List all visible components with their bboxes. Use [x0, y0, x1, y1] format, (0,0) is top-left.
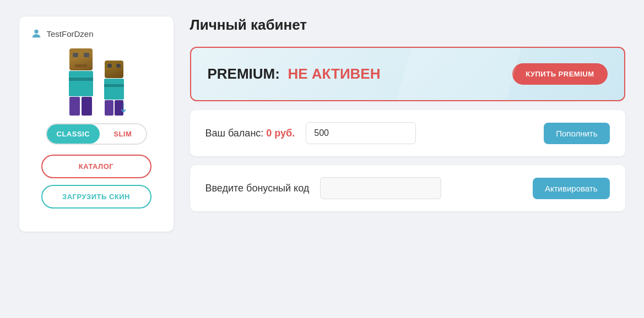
bonus-label: Введите бонусный код: [205, 183, 310, 194]
skin-type-toggle: CLASSIC SLIM: [47, 124, 146, 144]
page-title: Личный кабинет: [190, 17, 625, 34]
download-icon[interactable]: ⇣: [118, 101, 128, 116]
user-icon: [30, 28, 42, 40]
premium-inactive-label: НЕ АКТИВЕН: [288, 65, 380, 82]
balance-value: 0 руб.: [266, 128, 295, 139]
bonus-code-card: Введите бонусный код Активировать: [190, 165, 625, 211]
balance-card: Ваш баланс: 0 руб. Пополнить: [190, 110, 625, 156]
classic-skin: [69, 48, 93, 116]
catalog-button[interactable]: КАТАЛОГ: [41, 155, 151, 178]
topup-button[interactable]: Пополнить: [544, 123, 609, 144]
buy-premium-button[interactable]: КУПИТЬ PREMIUM: [512, 63, 607, 85]
skin-display-area: ⇣: [69, 48, 124, 116]
upload-skin-button[interactable]: ЗАГРУЗИТЬ СКИН: [41, 185, 151, 209]
skin-head-classic: [69, 48, 93, 70]
skin-body-slim: [104, 79, 124, 100]
balance-amount-input[interactable]: [306, 122, 416, 144]
classic-toggle-button[interactable]: CLASSIC: [47, 124, 100, 144]
balance-text: Ваш баланс:: [205, 128, 264, 139]
svg-point-0: [34, 30, 38, 34]
main-content: Личный кабинет PREMIUM: НЕ АКТИВЕН КУПИТ…: [190, 17, 625, 232]
skin-head-slim: [105, 61, 123, 78]
skin-legs-classic: [69, 97, 92, 116]
bonus-code-input[interactable]: [320, 177, 441, 199]
skin-body-classic: [69, 71, 93, 96]
sidebar: TestForDzen: [19, 17, 174, 232]
premium-label: PREMIUM:: [208, 65, 280, 82]
balance-label: Ваш баланс: 0 руб.: [205, 128, 295, 139]
activate-button[interactable]: Активировать: [533, 178, 610, 199]
premium-status-text: PREMIUM: НЕ АКТИВЕН: [208, 65, 381, 83]
username-label: TestForDzen: [47, 29, 94, 39]
user-info: TestForDzen: [30, 28, 94, 40]
slim-toggle-button[interactable]: SLIM: [100, 124, 145, 144]
premium-card: PREMIUM: НЕ АКТИВЕН КУПИТЬ PREMIUM: [190, 47, 625, 101]
